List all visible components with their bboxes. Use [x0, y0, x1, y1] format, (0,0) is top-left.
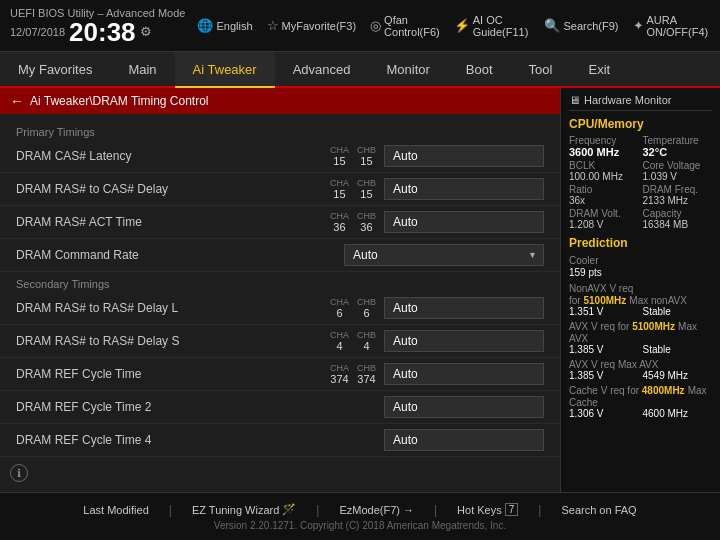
- nav-my-favorites[interactable]: My Favorites: [0, 52, 110, 88]
- wand-icon: 🪄: [282, 503, 296, 516]
- nav-main[interactable]: Main: [110, 52, 174, 88]
- dram-ras-act-time-label: DRAM RAS# ACT Time: [16, 215, 330, 229]
- dram-ref-cycle-time2-value[interactable]: Auto: [384, 396, 544, 418]
- aura-icon: ✦: [633, 18, 644, 33]
- cpu-memory-title: CPU/Memory: [569, 117, 712, 131]
- dram-ras-ras-delay-l-label: DRAM RAS# to RAS# Delay L: [16, 301, 330, 315]
- time-area: 12/07/2018 20:38 ⚙: [10, 19, 185, 45]
- qfan-button[interactable]: ◎ Qfan Control(F6): [370, 14, 440, 38]
- dram-ref-cycle-time4-label: DRAM REF Cycle Time 4: [16, 433, 384, 447]
- cha-col: CHA 15: [330, 145, 349, 167]
- nav-tool[interactable]: Tool: [511, 52, 571, 88]
- search-faq-button[interactable]: Search on FAQ: [561, 504, 636, 516]
- hw-monitor-header: 🖥 Hardware Monitor: [569, 94, 712, 111]
- cpu-memory-grid: Frequency 3600 MHz Temperature 32°C BCLK…: [569, 135, 712, 230]
- dram-ras-ras-delay-l-row: DRAM RAS# to RAS# Delay L CHA 6 CHB 6 Au…: [0, 292, 560, 325]
- nav-bar: My Favorites Main Ai Tweaker Advanced Mo…: [0, 52, 720, 88]
- dram-ref-cycle-time-value[interactable]: Auto: [384, 363, 544, 385]
- cooler-row: Cooler 159 pts: [569, 254, 712, 278]
- primary-timings-label: Primary Timings: [0, 120, 560, 140]
- monitor-icon: 🖥: [569, 94, 580, 106]
- dram-ras-ras-delay-s-value[interactable]: Auto: [384, 330, 544, 352]
- dram-ras-act-time-row: DRAM RAS# ACT Time CHA 36 CHB 36 Auto: [0, 206, 560, 239]
- dram-ref-cycle-time2-label: DRAM REF Cycle Time 2: [16, 400, 384, 414]
- content-area: ← Ai Tweaker\DRAM Timing Control Primary…: [0, 88, 720, 492]
- cha-chb-display: CHA 374 CHB 374: [330, 363, 376, 385]
- nav-advanced[interactable]: Advanced: [275, 52, 369, 88]
- dram-command-rate-row: DRAM Command Rate Auto: [0, 239, 560, 272]
- dram-cas-latency-row: DRAM CAS# Latency CHA 15 CHB 15 Auto: [0, 140, 560, 173]
- dram-command-rate-label: DRAM Command Rate: [16, 248, 344, 262]
- hardware-monitor-panel: 🖥 Hardware Monitor CPU/Memory Frequency …: [560, 88, 720, 492]
- back-arrow-icon[interactable]: ←: [10, 93, 24, 109]
- arrow-icon: →: [403, 504, 414, 516]
- top-bar-buttons: 🌐 English ☆ MyFavorite(F3) ◎ Qfan Contro…: [197, 14, 710, 38]
- dram-cas-latency-value[interactable]: Auto: [384, 145, 544, 167]
- secondary-timings-label: Secondary Timings: [0, 272, 560, 292]
- globe-icon: 🌐: [197, 18, 213, 33]
- dram-ref-cycle-time-label: DRAM REF Cycle Time: [16, 367, 330, 381]
- dram-ref-cycle-time4-value[interactable]: Auto: [384, 429, 544, 451]
- cha-chb-display: CHA 4 CHB 4: [330, 330, 376, 352]
- dram-ras-cas-delay-label: DRAM RAS# to CAS# Delay: [16, 182, 330, 196]
- dram-ref-cycle-time4-row: DRAM REF Cycle Time 4 Auto: [0, 424, 560, 457]
- date-display: 12/07/2018: [10, 26, 65, 38]
- bottom-nav: Last Modified | EZ Tuning Wizard 🪄 | EzM…: [83, 503, 636, 517]
- time-display: 20:38: [69, 19, 136, 45]
- dram-ras-act-time-value[interactable]: Auto: [384, 211, 544, 233]
- dram-cas-latency-label: DRAM CAS# Latency: [16, 149, 330, 163]
- bottom-bar: Last Modified | EZ Tuning Wizard 🪄 | EzM…: [0, 492, 720, 540]
- dram-ras-cas-delay-row: DRAM RAS# to CAS# Delay CHA 15 CHB 15 Au…: [0, 173, 560, 206]
- settings-icon[interactable]: ⚙: [140, 24, 152, 39]
- nav-boot[interactable]: Boot: [448, 52, 511, 88]
- dram-ref-cycle-time2-row: DRAM REF Cycle Time 2 Auto: [0, 391, 560, 424]
- search-button[interactable]: 🔍 Search(F9): [544, 18, 618, 33]
- cha-chb-display: CHA 36 CHB 36: [330, 211, 376, 233]
- hot-keys-button[interactable]: Hot Keys 7: [457, 503, 518, 516]
- cha-chb-display: CHA 6 CHB 6: [330, 297, 376, 319]
- breadcrumb: ← Ai Tweaker\DRAM Timing Control: [0, 88, 560, 114]
- dram-ras-ras-delay-s-label: DRAM RAS# to RAS# Delay S: [16, 334, 330, 348]
- search-icon: 🔍: [544, 18, 560, 33]
- chb-col: CHB 15: [357, 145, 376, 167]
- dram-ras-ras-delay-s-row: DRAM RAS# to RAS# Delay S CHA 4 CHB 4 Au…: [0, 325, 560, 358]
- top-bar: UEFI BIOS Utility – Advanced Mode 12/07/…: [0, 0, 720, 52]
- dram-ref-cycle-time-row: DRAM REF Cycle Time CHA 374 CHB 374 Auto: [0, 358, 560, 391]
- ai-icon: ⚡: [454, 18, 470, 33]
- last-modified-button[interactable]: Last Modified: [83, 504, 148, 516]
- nav-exit[interactable]: Exit: [570, 52, 628, 88]
- nav-monitor[interactable]: Monitor: [369, 52, 448, 88]
- language-button[interactable]: 🌐 English: [197, 18, 252, 33]
- main-panel: ← Ai Tweaker\DRAM Timing Control Primary…: [0, 88, 560, 492]
- myfavorites-button[interactable]: ☆ MyFavorite(F3): [267, 18, 357, 33]
- top-bar-left: UEFI BIOS Utility – Advanced Mode 12/07/…: [10, 7, 185, 45]
- star-icon: ☆: [267, 18, 279, 33]
- prediction-section: Prediction Cooler 159 pts NonAVX V req f…: [569, 236, 712, 419]
- aura-button[interactable]: ✦ AURA ON/OFF(F4): [633, 14, 711, 38]
- ez-mode-button[interactable]: EzMode(F7) →: [339, 504, 414, 516]
- ez-tuning-button[interactable]: EZ Tuning Wizard 🪄: [192, 503, 296, 516]
- nav-ai-tweaker[interactable]: Ai Tweaker: [175, 52, 275, 88]
- info-icon[interactable]: ℹ: [10, 464, 28, 482]
- fan-icon: ◎: [370, 18, 381, 33]
- settings-area: Primary Timings DRAM CAS# Latency CHA 15…: [0, 114, 560, 492]
- copyright-text: Version 2.20.1271. Copyright (C) 2018 Am…: [214, 520, 506, 531]
- cha-chb-display: CHA 15 CHB 15: [330, 145, 376, 167]
- dram-ras-cas-delay-value[interactable]: Auto: [384, 178, 544, 200]
- dram-command-rate-value[interactable]: Auto: [344, 244, 544, 266]
- dram-ras-ras-delay-l-value[interactable]: Auto: [384, 297, 544, 319]
- aioc-button[interactable]: ⚡ AI OC Guide(F11): [454, 14, 531, 38]
- cha-chb-display: CHA 15 CHB 15: [330, 178, 376, 200]
